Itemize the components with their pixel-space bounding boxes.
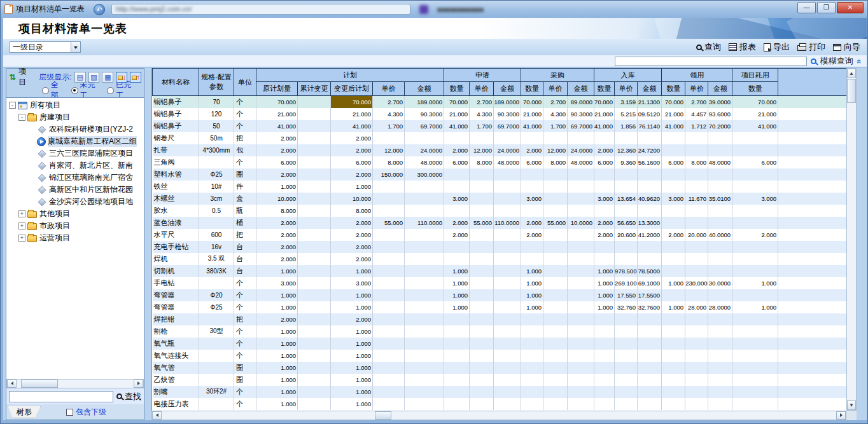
table-cell[interactable] [494, 374, 521, 386]
table-cell[interactable]: 50m [199, 132, 234, 144]
table-cell[interactable]: 21.000 [521, 108, 543, 120]
table-cell[interactable] [732, 289, 778, 301]
table-cell[interactable] [521, 181, 543, 193]
table-cell[interactable]: 个 [234, 120, 256, 132]
vertical-scrollbar[interactable]: ▲ ▼ [846, 68, 857, 411]
table-cell[interactable] [708, 362, 732, 374]
table-cell[interactable]: 89.0000 [568, 96, 594, 108]
table-cell[interactable]: 0.5 [199, 205, 234, 217]
table-cell[interactable] [615, 168, 638, 181]
table-cell[interactable] [405, 193, 444, 205]
table-row[interactable]: 塑料水管Φ25圈2.0002.000150.000300.0000 [153, 168, 847, 181]
table-cell[interactable]: 2.700 [543, 96, 568, 108]
table-cell[interactable]: 个 [234, 398, 256, 410]
table-cell[interactable] [405, 241, 444, 253]
table-cell[interactable] [405, 265, 444, 277]
tab-tree-view[interactable]: 树形 [8, 406, 41, 418]
back-button[interactable]: ↶ [94, 4, 105, 15]
table-cell[interactable] [470, 301, 494, 313]
table-cell[interactable] [594, 398, 615, 410]
table-cell[interactable] [708, 398, 732, 410]
table-cell[interactable]: 40.9620 [638, 193, 662, 205]
table-cell[interactable]: 110.0000 [405, 217, 444, 229]
table-cell[interactable]: 70.000 [444, 96, 470, 108]
table-cell[interactable]: 个 [234, 350, 256, 362]
table-cell[interactable] [662, 338, 685, 350]
table-cell[interactable] [521, 338, 543, 350]
table-cell[interactable]: 1.700 [373, 120, 405, 132]
table-cell[interactable] [494, 350, 521, 362]
table-cell[interactable] [494, 301, 521, 313]
scrollbar-thumb[interactable] [847, 79, 856, 103]
table-cell[interactable]: 1.000 [331, 181, 373, 193]
table-cell[interactable] [615, 313, 638, 325]
table-cell[interactable] [732, 205, 778, 217]
table-cell[interactable]: 20.000 [685, 229, 708, 241]
maximize-button[interactable]: ❐ [817, 2, 836, 13]
table-cell[interactable]: 12.000 [373, 144, 405, 156]
tree-item[interactable]: 锦江区琉璃路南光厂宿舍 [8, 172, 144, 184]
table-cell[interactable]: 2.000 [594, 229, 615, 241]
table-cell[interactable] [298, 313, 331, 325]
table-cell[interactable] [444, 253, 470, 265]
table-row[interactable]: 钢卷尺50m把2.0002.000 [153, 132, 847, 144]
table-cell[interactable]: 30环2# [199, 386, 234, 398]
expand-icon[interactable]: + [18, 210, 25, 217]
scroll-left-icon[interactable] [7, 380, 17, 388]
table-cell[interactable] [373, 181, 405, 193]
table-cell[interactable] [732, 265, 778, 277]
table-cell[interactable] [494, 168, 521, 181]
table-cell[interactable]: 76.1140 [638, 120, 662, 132]
table-cell[interactable] [405, 386, 444, 398]
table-cell[interactable] [373, 241, 405, 253]
table-cell[interactable]: 39.0000 [708, 96, 732, 108]
tree-item[interactable]: +其他项目 [8, 208, 144, 220]
table-cell[interactable]: 8.000 [331, 205, 373, 217]
table-cell[interactable] [568, 253, 594, 265]
scrollbar-thumb[interactable] [375, 411, 391, 420]
chevron-down-icon[interactable] [71, 42, 80, 52]
table-cell[interactable] [708, 217, 732, 229]
table-cell[interactable]: 48.0000 [405, 156, 444, 168]
table-cell[interactable] [662, 168, 685, 181]
table-cell[interactable]: 1.000 [331, 386, 373, 398]
table-cell[interactable] [708, 338, 732, 350]
table-cell[interactable]: 瓶 [234, 205, 256, 217]
table-cell[interactable] [662, 289, 685, 301]
table-cell[interactable] [494, 132, 521, 144]
table-cell[interactable]: 3.000 [594, 193, 615, 205]
table-cell[interactable] [638, 313, 662, 325]
table-cell[interactable] [594, 386, 615, 398]
table-cell[interactable]: 41.000 [732, 120, 778, 132]
table-cell[interactable]: 2.000 [331, 253, 373, 265]
table-cell[interactable] [594, 325, 615, 338]
table-cell[interactable]: 1.000 [256, 338, 298, 350]
table-cell[interactable]: 90.3000 [494, 108, 521, 120]
table-cell[interactable] [662, 205, 685, 217]
table-cell[interactable] [594, 132, 615, 144]
table-cell[interactable] [470, 386, 494, 398]
scroll-right-icon[interactable] [134, 380, 143, 388]
table-cell[interactable] [298, 289, 331, 301]
table-cell[interactable] [732, 253, 778, 265]
table-cell[interactable]: 24.0000 [405, 144, 444, 156]
table-cell[interactable] [470, 398, 494, 410]
table-cell[interactable] [199, 156, 234, 168]
table-cell[interactable]: 600 [199, 229, 234, 241]
table-cell[interactable] [444, 350, 470, 362]
table-cell[interactable]: 150.000 [373, 168, 405, 181]
table-cell[interactable] [470, 265, 494, 277]
table-cell[interactable] [732, 362, 778, 374]
table-cell[interactable] [568, 325, 594, 338]
table-cell[interactable]: 焊机 [153, 253, 199, 265]
radio-未完工[interactable] [71, 87, 78, 94]
table-cell[interactable] [444, 132, 470, 144]
table-cell[interactable]: 1.712 [685, 120, 708, 132]
table-cell[interactable]: 21.000 [594, 108, 615, 120]
table-cell[interactable]: 1.000 [521, 265, 543, 277]
tree-item-label[interactable]: 房建项目 [39, 112, 70, 123]
table-cell[interactable] [543, 325, 568, 338]
table-cell[interactable] [470, 338, 494, 350]
table-cell[interactable]: 8.000 [543, 156, 568, 168]
table-cell[interactable] [638, 241, 662, 253]
